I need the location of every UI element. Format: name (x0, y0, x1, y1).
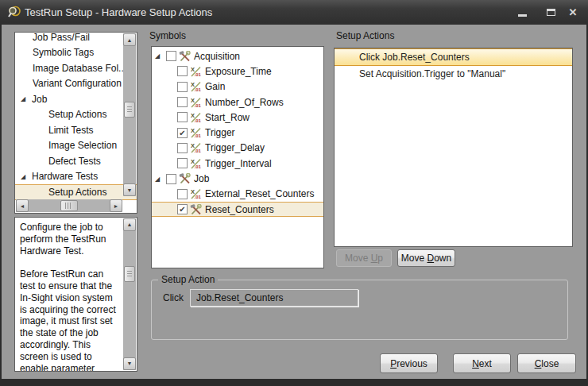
parameter-icon: X .01 (190, 81, 202, 92)
next-button[interactable]: Next (453, 353, 511, 373)
sidebar-item-label: Symbolic Tags (33, 47, 94, 58)
setup-actions-list: Click Job.Reset_CountersSet Acquisition.… (334, 48, 573, 247)
checkbox[interactable] (177, 82, 188, 92)
checkbox[interactable] (177, 189, 188, 199)
scrollbar-thumb[interactable] (124, 102, 135, 118)
symbol-row[interactable]: ◢ Job (152, 171, 323, 186)
symbol-label: Trigger_Delay (205, 142, 265, 153)
sidebar-item-selected[interactable]: Setup Actions (15, 184, 137, 200)
symbol-row[interactable]: X .01 Start_Row (152, 110, 323, 125)
symbol-label: Exposure_Time (205, 66, 272, 77)
checkbox[interactable] (177, 66, 188, 76)
checkbox[interactable] (177, 143, 188, 153)
checkbox[interactable] (177, 158, 188, 168)
sidebar-item[interactable]: Defect Tests (15, 153, 137, 169)
description-box: Configure the job to perform the TestRun… (14, 217, 137, 372)
button-label: own (434, 253, 451, 264)
symbol-row[interactable]: X .01 Trigger_Delay (152, 141, 323, 156)
scroll-down-button[interactable]: ▼ (123, 357, 136, 370)
symbol-row[interactable]: X .01 Number_Of_Rows (152, 95, 323, 110)
sidebar-item-label: Image Database Fol... (33, 63, 126, 74)
svg-text:.01: .01 (195, 87, 202, 92)
svg-text:.01: .01 (195, 72, 202, 77)
window-title: TestRun Setup - Hardware Setup Actions (25, 6, 212, 18)
scroll-right-button[interactable]: ► (110, 199, 122, 212)
sidebar-item-label: Setup Actions (48, 109, 106, 120)
app-icon (7, 6, 21, 19)
nav-vertical-scrollbar[interactable]: ▲ ▼ (123, 33, 136, 196)
checkbox[interactable]: ✔ (177, 204, 188, 214)
expander-icon[interactable]: ◢ (155, 174, 166, 184)
scrollbar-thumb[interactable] (124, 266, 135, 282)
parameter-icon: X .01 (190, 112, 202, 123)
close-window-button[interactable]: ✕ (559, 0, 586, 25)
symbol-row[interactable]: ◢ Acquisition (152, 48, 323, 64)
sidebar-item[interactable]: ◢Hardware Tests (15, 169, 137, 185)
description-scrollbar[interactable]: ▲ ▼ (123, 218, 136, 370)
close-button[interactable]: Close (517, 353, 576, 373)
scroll-left-button[interactable]: ◄ (16, 199, 29, 212)
svg-text:.01: .01 (195, 195, 202, 200)
setup-action-row[interactable]: Set Acquisition.Trigger to "Manual" (335, 66, 572, 83)
symbol-row[interactable]: X .01 Trigger_Interval (152, 156, 323, 171)
symbol-label: External_Reset_Counters (205, 188, 314, 199)
expander-icon[interactable]: ◢ (155, 51, 166, 61)
symbol-row[interactable]: X .01 Exposure_Time (152, 64, 323, 79)
checkbox[interactable] (177, 112, 188, 122)
sidebar-item-label: Limit Tests (48, 125, 93, 136)
sidebar-item-label: Variant Configuration (33, 78, 122, 89)
symbol-row[interactable]: ✔ X .01 Trigger (152, 125, 323, 140)
checkbox[interactable] (166, 174, 176, 184)
sidebar-item[interactable]: Symbolic Tags (15, 45, 137, 61)
symbol-row[interactable]: X .01 External_Reset_Counters (152, 187, 323, 202)
setup-action-row-selected[interactable]: Click Job.Reset_Counters (335, 48, 572, 66)
svg-text:.01: .01 (195, 103, 202, 108)
tools-icon (179, 173, 191, 184)
symbol-label: Acquisition (194, 51, 240, 62)
sidebar-item[interactable]: Limit Tests (15, 122, 137, 138)
symbol-label: Job (194, 173, 209, 184)
symbol-row[interactable]: ✔ Reset_Counters (152, 202, 323, 217)
previous-button[interactable]: Previous (380, 353, 438, 373)
sidebar-item[interactable]: Variant Configuration (15, 76, 137, 92)
symbol-row[interactable]: X .01 Gain (152, 79, 323, 95)
parameter-icon: X .01 (190, 127, 202, 138)
scrollbar-thumb[interactable] (60, 200, 78, 211)
checkbox[interactable] (166, 51, 176, 61)
parameter-icon: X .01 (190, 158, 202, 169)
minimize-icon (518, 14, 527, 17)
tools-icon (190, 204, 202, 215)
nav-tree-panel: Job Pass/FailSymbolic TagsImage Database… (14, 32, 137, 214)
sidebar-item[interactable]: Image Database Fol... (15, 60, 137, 76)
sidebar-item[interactable]: ◢Job (15, 91, 137, 107)
svg-text:.01: .01 (195, 133, 202, 138)
symbol-label: Trigger (205, 127, 235, 138)
maximize-icon (547, 9, 555, 16)
sidebar-item[interactable]: Setup Actions (15, 107, 137, 123)
scroll-down-button[interactable]: ▼ (123, 183, 136, 196)
symbol-label: Start_Row (205, 112, 250, 123)
checkbox[interactable] (177, 97, 188, 107)
button-label: Move (345, 253, 371, 264)
setup-action-value-field[interactable]: Job.Reset_Counters (190, 289, 358, 307)
nav-horizontal-scrollbar[interactable]: ◄ ► (16, 199, 122, 212)
expander-icon[interactable]: ◢ (21, 172, 32, 182)
sidebar-item[interactable]: Image Selection (15, 138, 137, 154)
minimize-button[interactable] (509, 0, 536, 25)
scroll-up-button[interactable]: ▲ (123, 218, 136, 231)
move-up-button[interactable]: Move Up (336, 249, 392, 267)
sidebar-item-label: Defect Tests (48, 156, 101, 167)
checkbox[interactable]: ✔ (177, 128, 188, 138)
click-label: Click (163, 292, 184, 303)
sidebar-item[interactable]: Job Pass/Fail (15, 32, 137, 45)
button-label: revious (397, 358, 427, 369)
move-down-button[interactable]: Move Down (397, 249, 455, 267)
titlebar[interactable]: TestRun Setup - Hardware Setup Actions ✕ (0, 0, 588, 25)
scroll-up-button[interactable]: ▲ (123, 33, 136, 46)
button-label: Move (401, 253, 427, 264)
parameter-icon: X .01 (190, 188, 202, 199)
expander-icon[interactable]: ◢ (21, 94, 32, 104)
button-label: P (390, 358, 397, 369)
sidebar-item-label: Job Pass/Fail (33, 32, 90, 43)
groupbox-legend: Setup Action (158, 274, 218, 285)
